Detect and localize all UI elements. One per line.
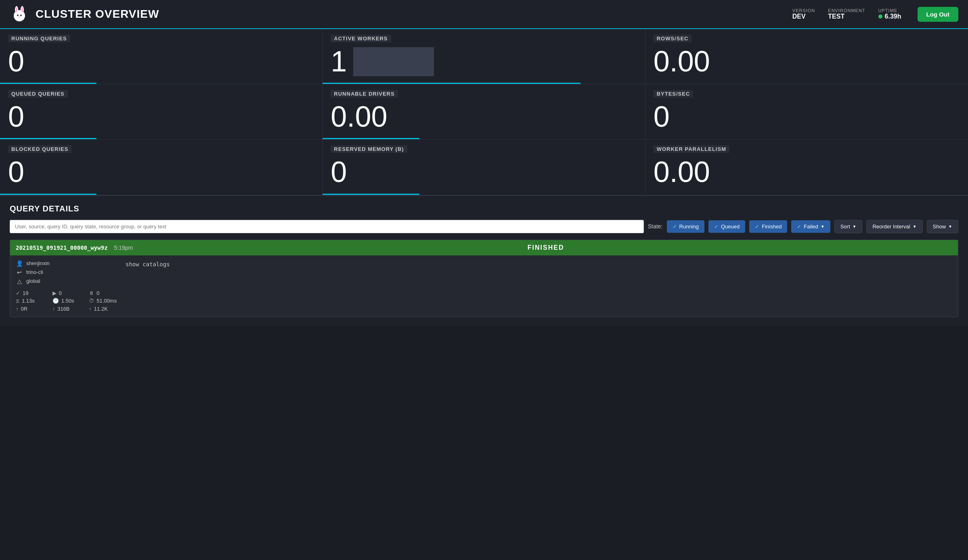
logo-icon bbox=[10, 4, 29, 24]
metric-bar-rows-sec bbox=[645, 83, 968, 84]
metric-title-active-workers: ACTIVE WORKERS bbox=[331, 35, 391, 42]
query-id: 20210519_091921_00000_wyw9z bbox=[16, 244, 108, 251]
query-status: FINISHED bbox=[139, 244, 952, 251]
metric-value-worker-parallelism: 0.00 bbox=[654, 156, 960, 188]
show-caret-icon: ▼ bbox=[948, 224, 952, 229]
source-value: trino-cli bbox=[26, 269, 43, 275]
metric-card-reserved-memory: RESERVED MEMORY (B) 0 bbox=[323, 140, 645, 195]
metric-card-runnable-drivers: RUNNABLE DRIVERS 0.00 bbox=[323, 84, 645, 140]
check-icon: ✓ bbox=[714, 224, 719, 230]
cpu-time: 🕐 1.50s bbox=[52, 298, 84, 304]
bytes-icon: ↑ bbox=[52, 306, 55, 312]
source-row: ↩ trino-cli bbox=[16, 269, 121, 276]
user-icon: 👤 bbox=[16, 260, 23, 267]
user-row: 👤 shenjinxin bbox=[16, 260, 121, 267]
splits-running: ▶ 0 bbox=[52, 290, 84, 296]
metrics-grid: RUNNING QUERIES 0 ACTIVE WORKERS 1 ROWS/… bbox=[0, 29, 968, 196]
extra-stat: ↑ 11.2K bbox=[89, 306, 121, 312]
rows: ↑ 0R bbox=[16, 306, 48, 312]
sort-caret-icon: ▼ bbox=[853, 224, 857, 229]
metric-bar-bytes-sec bbox=[645, 138, 968, 139]
metric-bar-queued-queries bbox=[0, 138, 322, 139]
metric-bar-active-workers bbox=[323, 83, 645, 84]
metric-title-reserved-memory: RESERVED MEMORY (B) bbox=[331, 145, 407, 153]
filter-finished-label: Finished bbox=[762, 224, 782, 230]
metric-title-bytes-sec: BYTES/SEC bbox=[654, 90, 694, 98]
filter-failed-label: Failed bbox=[804, 224, 818, 230]
filter-failed-button[interactable]: ✓ Failed ▼ bbox=[791, 220, 830, 233]
metric-card-active-workers: ACTIVE WORKERS 1 bbox=[323, 29, 645, 84]
splits-blocked: ⏸ 0 bbox=[89, 290, 121, 296]
metric-value-reserved-memory: 0 bbox=[331, 156, 637, 188]
reorder-interval-button[interactable]: Reorder Interval ▼ bbox=[866, 220, 922, 233]
metric-bar-reserved-memory bbox=[323, 194, 645, 195]
sort-label: Sort bbox=[840, 224, 850, 230]
header: CLUSTER OVERVIEW VERSION DEV ENVIRONMENT… bbox=[0, 0, 968, 29]
metric-title-running-queries: RUNNING QUERIES bbox=[8, 35, 70, 42]
metric-value-runnable-drivers: 0.00 bbox=[331, 101, 637, 133]
metric-bar-runnable-drivers bbox=[323, 138, 645, 139]
worker-chart bbox=[353, 47, 434, 76]
group-row: △ global bbox=[16, 278, 121, 284]
svg-point-5 bbox=[17, 15, 19, 16]
query-rows-container: 20210519_091921_00000_wyw9z 5:19pm FINIS… bbox=[10, 240, 958, 317]
search-input[interactable] bbox=[10, 220, 644, 233]
svg-point-7 bbox=[19, 17, 20, 18]
version-label: VERSION bbox=[792, 8, 815, 13]
metric-title-queued-queries: QUEUED QUERIES bbox=[8, 90, 68, 98]
metric-card-running-queries: RUNNING QUERIES 0 bbox=[0, 29, 323, 84]
extra-icon: ↑ bbox=[89, 306, 92, 312]
active-workers-content: 1 bbox=[331, 46, 637, 77]
source-icon: ↩ bbox=[16, 269, 23, 276]
header-meta: VERSION DEV ENVIRONMENT TEST UPTIME 6.39… bbox=[792, 8, 901, 20]
metric-bar-fill-active-workers bbox=[323, 83, 580, 84]
metric-value-queued-queries: 0 bbox=[8, 101, 314, 133]
show-button[interactable]: Show ▼ bbox=[927, 220, 958, 233]
svg-point-6 bbox=[20, 15, 22, 16]
query-stats: ✓ 19 ▶ 0 ⏸ 0 ⧖ 1.13s bbox=[16, 290, 121, 312]
filter-running-label: Running bbox=[679, 224, 699, 230]
metric-value-active-workers: 1 bbox=[331, 46, 347, 77]
query-row[interactable]: 20210519_091921_00000_wyw9z 5:19pm FINIS… bbox=[10, 240, 958, 317]
metric-bar-worker-parallelism bbox=[645, 194, 968, 195]
query-row-header: 20210519_091921_00000_wyw9z 5:19pm FINIS… bbox=[10, 240, 958, 255]
user-value: shenjinxin bbox=[26, 260, 50, 266]
metric-card-blocked-queries: BLOCKED QUERIES 0 bbox=[0, 140, 323, 195]
filter-queued-label: Queued bbox=[721, 224, 740, 230]
show-label: Show bbox=[933, 224, 946, 230]
wall-icon: ⏱ bbox=[89, 298, 94, 304]
check-stat-icon: ✓ bbox=[16, 290, 20, 296]
metric-bar-blocked-queries bbox=[0, 194, 322, 195]
play-stat-icon: ▶ bbox=[52, 290, 57, 296]
app-title: CLUSTER OVERVIEW bbox=[36, 8, 786, 21]
sort-button[interactable]: Sort ▼ bbox=[834, 220, 863, 233]
elapsed-icon: ⧖ bbox=[16, 298, 19, 304]
uptime-meta: UPTIME 6.39h bbox=[878, 8, 901, 20]
filter-queued-button[interactable]: ✓ Queued bbox=[708, 220, 745, 233]
filter-finished-button[interactable]: ✓ Finished bbox=[749, 220, 787, 233]
metric-value-running-queries: 0 bbox=[8, 46, 314, 77]
bytes: ↑ 316B bbox=[52, 306, 84, 312]
group-icon: △ bbox=[16, 278, 23, 284]
logout-button[interactable]: Log Out bbox=[918, 7, 958, 22]
metric-title-worker-parallelism: WORKER PARALLELISM bbox=[654, 145, 729, 153]
state-label: State: bbox=[648, 223, 663, 230]
elapsed-time: ⧖ 1.13s bbox=[16, 298, 48, 304]
svg-point-4 bbox=[21, 7, 23, 13]
metric-card-worker-parallelism: WORKER PARALLELISM 0.00 bbox=[645, 140, 968, 195]
filter-running-button[interactable]: ✓ Running bbox=[667, 220, 704, 233]
metric-bar-fill-runnable-drivers bbox=[323, 138, 419, 139]
metric-title-runnable-drivers: RUNNABLE DRIVERS bbox=[331, 90, 398, 98]
metric-bar-fill-blocked-queries bbox=[0, 194, 96, 195]
rows-icon: ↑ bbox=[16, 306, 19, 312]
svg-point-3 bbox=[16, 7, 17, 13]
query-sql: show catalogs bbox=[126, 260, 952, 312]
uptime-label: UPTIME bbox=[878, 8, 898, 13]
metric-bar-running-queries bbox=[0, 83, 322, 84]
check-icon: ✓ bbox=[673, 224, 677, 230]
query-details-title: QUERY DETAILS bbox=[10, 204, 958, 213]
environment-value: TEST bbox=[828, 13, 844, 20]
metric-bar-fill-reserved-memory bbox=[323, 194, 419, 195]
query-details-section: QUERY DETAILS State: ✓ Running ✓ Queued … bbox=[0, 196, 968, 326]
reorder-caret-icon: ▼ bbox=[913, 224, 917, 229]
